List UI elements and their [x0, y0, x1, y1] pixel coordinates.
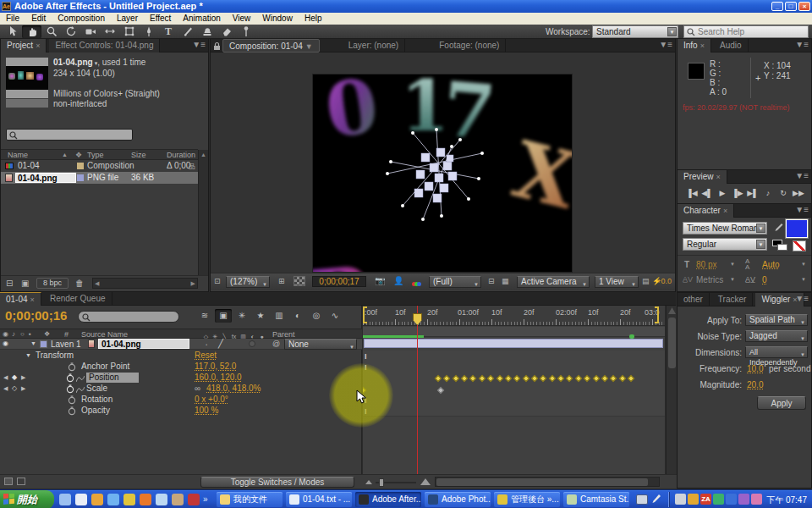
graph-editor-button[interactable]: ∿: [326, 309, 343, 323]
windows-media-icon[interactable]: [91, 494, 103, 505]
always-preview-icon[interactable]: ⊡: [214, 277, 221, 285]
last-frame-button[interactable]: ▶▌: [745, 189, 760, 197]
outlook-icon[interactable]: [156, 494, 167, 505]
tab-tracker[interactable]: Tracker: [712, 293, 754, 306]
position-value[interactable]: 160.0, 120.0: [195, 373, 242, 382]
panel-menu-icon[interactable]: ▼≡: [795, 205, 809, 214]
panel-menu-icon[interactable]: ▼≡: [795, 40, 809, 49]
eyedropper-icon[interactable]: [772, 222, 783, 235]
chevron-down-icon[interactable]: ▼: [730, 262, 735, 267]
magnification-dropdown[interactable]: (127%)▼: [226, 276, 270, 288]
maximize-button[interactable]: □: [785, 2, 797, 11]
start-button[interactable]: 開始: [0, 490, 54, 508]
noise-type-dropdown[interactable]: Jagged▼: [745, 330, 808, 342]
shield-tray-icon[interactable]: [688, 494, 699, 505]
chevron-down-icon[interactable]: ▼: [730, 277, 735, 282]
tab-layer[interactable]: Layer: (none): [343, 39, 405, 52]
timeline-vscrollbar[interactable]: [666, 306, 677, 474]
tab-footage[interactable]: Footage: (none): [433, 39, 506, 52]
expand-render-icon[interactable]: [17, 478, 25, 485]
first-frame-button[interactable]: ▐◀: [684, 189, 700, 197]
menu-view[interactable]: View: [227, 13, 257, 25]
fill-color-swatch[interactable]: [786, 219, 808, 238]
tab-smoother[interactable]: other: [678, 293, 710, 306]
chrome-icon[interactable]: [123, 494, 135, 505]
next-keyframe-icon[interactable]: ▶: [21, 374, 25, 381]
internet-explorer-icon[interactable]: [107, 494, 119, 505]
work-area-end[interactable]: [655, 306, 659, 323]
expand-in-out-icon[interactable]: [4, 478, 13, 485]
taskbar-task-4[interactable]: Adobe Phot...: [425, 492, 491, 507]
tab-composition[interactable]: Composition: 01-04▼: [222, 39, 320, 52]
layer-row[interactable]: ◉ ▼ Laven 1 01-04.png ・ ╱ @ None▼: [0, 339, 362, 350]
zoom-tool[interactable]: [41, 25, 61, 38]
kerning-value[interactable]: Metrics: [696, 275, 723, 284]
reset-link[interactable]: Reset: [195, 351, 217, 360]
prop-row-rotation[interactable]: Rotation 0 x +0.0°: [0, 395, 362, 406]
item-name-field[interactable]: 01-04.png: [15, 173, 76, 183]
minimize-button[interactable]: _: [771, 2, 783, 11]
taskbar-task-1[interactable]: 我的文件: [217, 492, 283, 507]
transparency-grid-icon[interactable]: [294, 276, 305, 286]
type-tool[interactable]: T: [158, 25, 178, 38]
lock-icon[interactable]: [212, 41, 221, 52]
zoom-out-mountain-icon[interactable]: [365, 480, 372, 484]
scroll-thumb[interactable]: [436, 478, 648, 486]
label-chip[interactable]: [77, 174, 84, 181]
parent-dropdown[interactable]: None▼: [284, 339, 357, 350]
stopwatch-icon[interactable]: [68, 406, 76, 417]
tab-preview[interactable]: Preview×: [678, 170, 727, 184]
menu-edit[interactable]: Edit: [25, 13, 52, 25]
font-style-dropdown[interactable]: Regular▼: [683, 238, 767, 251]
prop-row-opacity[interactable]: Opacity 100 %: [0, 406, 362, 417]
view-layout-dropdown[interactable]: 1 View▼: [595, 276, 639, 288]
add-keyframe-icon[interactable]: ◇: [12, 384, 17, 392]
quality-switch-icon[interactable]: ╱: [218, 339, 223, 348]
camera-dropdown[interactable]: Active Camera▼: [517, 276, 590, 288]
tracking-value[interactable]: 0: [762, 275, 767, 284]
apply-button[interactable]: Apply: [757, 396, 806, 410]
panel-menu-icon[interactable]: ▼≡: [795, 294, 809, 303]
column-source-name[interactable]: Source Name: [81, 330, 128, 339]
brainstorm-button[interactable]: ◎: [308, 309, 325, 323]
twirl-icon[interactable]: ▼: [30, 340, 36, 346]
no-stroke-swatch[interactable]: [793, 240, 806, 251]
project-search-box[interactable]: [6, 129, 133, 141]
help-search-box[interactable]: [683, 25, 809, 38]
taskbar-task-3[interactable]: Adobe After...: [355, 492, 421, 507]
project-row-png[interactable]: 01-04.png PNG file 36 KB: [1, 172, 198, 184]
snapshot-icon[interactable]: 📷: [375, 276, 385, 285]
safe-margins-icon[interactable]: ⊞: [278, 277, 285, 285]
panel-menu-icon[interactable]: ▼≡: [192, 40, 206, 49]
selection-tool[interactable]: [3, 25, 22, 38]
loop-button[interactable]: ↻: [776, 189, 791, 197]
bit-depth-button[interactable]: 8 bpc: [36, 278, 69, 289]
column-parent[interactable]: Parent: [272, 330, 295, 339]
layer-duration-bar[interactable]: [364, 339, 663, 348]
marker-bin-icon[interactable]: [668, 307, 676, 314]
tab-project[interactable]: Project×: [1, 39, 47, 52]
help-search-input[interactable]: [698, 27, 806, 36]
tab-close-icon[interactable]: ×: [36, 41, 40, 50]
interpret-footage-icon[interactable]: ⊟: [6, 279, 13, 288]
menu-composition[interactable]: Composition: [52, 13, 111, 25]
media-player-tray-icon[interactable]: [726, 494, 737, 505]
frame-blend-button[interactable]: ▥: [271, 309, 288, 323]
play-button[interactable]: ▶: [715, 189, 730, 197]
effects-switch-icon[interactable]: [249, 340, 255, 347]
show-channel-icon[interactable]: [412, 278, 421, 288]
project-scrollbar[interactable]: ▲ ▼: [198, 150, 208, 290]
column-duration[interactable]: Duration: [167, 151, 195, 159]
pan-behind-tool[interactable]: [100, 25, 119, 38]
opacity-value[interactable]: 100 %: [195, 406, 218, 415]
apply-to-dropdown[interactable]: Spatial Path▼: [745, 314, 808, 326]
leading-value[interactable]: Auto: [762, 260, 780, 269]
taskbar-clock[interactable]: 下午 07:47: [766, 494, 807, 506]
prop-row-position[interactable]: ◀ ◆ ▶ Position 160.0, 120.0: [0, 373, 362, 384]
new-folder-icon[interactable]: ▣: [21, 279, 29, 288]
chevron-down-icon[interactable]: ▼: [801, 262, 806, 267]
comp-timecode[interactable]: 0;00;00;17: [312, 276, 366, 287]
project-row-composition[interactable]: 01-04 Composition Δ 0;00 品: [1, 161, 198, 172]
current-timecode[interactable]: 0;00;00;16: [5, 308, 67, 323]
visual-basic-icon[interactable]: [188, 494, 200, 505]
